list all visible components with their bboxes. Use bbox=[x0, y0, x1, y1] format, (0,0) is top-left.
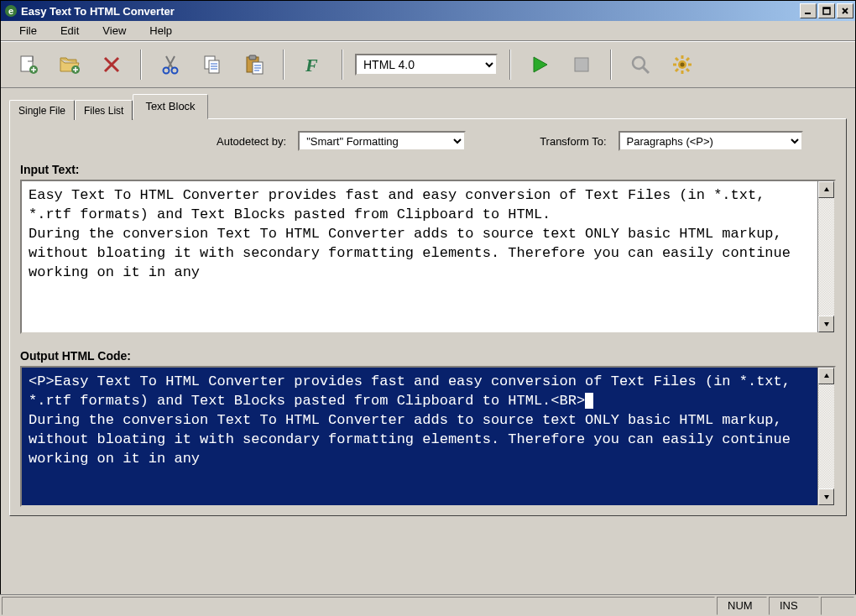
preview-button[interactable] bbox=[624, 48, 657, 81]
tab-single-file[interactable]: Single File bbox=[9, 100, 75, 120]
svg-point-19 bbox=[681, 63, 685, 67]
scroll-up-button[interactable] bbox=[818, 181, 834, 198]
maximize-button[interactable] bbox=[818, 3, 835, 18]
input-textarea[interactable]: Easy Text To HTML Converter provides fas… bbox=[22, 181, 817, 332]
tab-text-block[interactable]: Text Block bbox=[133, 94, 207, 119]
input-label: Input Text: bbox=[20, 163, 836, 176]
svg-text:F: F bbox=[305, 55, 318, 76]
delete-button[interactable] bbox=[95, 48, 128, 81]
menu-edit[interactable]: Edit bbox=[49, 22, 91, 39]
svg-rect-2 bbox=[805, 13, 811, 14]
html-version-select[interactable]: HTML 4.0 bbox=[355, 54, 498, 76]
status-spacer bbox=[2, 597, 715, 615]
menubar: File Edit View Help bbox=[1, 21, 855, 41]
input-textarea-container: Easy Text To HTML Converter provides fas… bbox=[20, 180, 836, 334]
output-rest-text: During the conversion Text To HTML Conve… bbox=[29, 412, 799, 467]
status-num: NUM bbox=[717, 597, 767, 615]
scroll-track[interactable] bbox=[818, 198, 834, 316]
svg-point-9 bbox=[172, 68, 178, 74]
autodetect-select[interactable]: "Smart" Formatting bbox=[298, 131, 466, 151]
output-label: Output HTML Code: bbox=[20, 349, 836, 363]
toolbar-separator bbox=[610, 50, 612, 80]
statusbar: NUM INS bbox=[0, 594, 856, 616]
scroll-down-button[interactable] bbox=[818, 488, 834, 505]
scroll-up-button[interactable] bbox=[818, 368, 834, 384]
font-button[interactable]: F bbox=[296, 48, 330, 81]
svg-rect-16 bbox=[575, 58, 588, 71]
toolbar-separator bbox=[140, 50, 142, 80]
svg-rect-4 bbox=[823, 8, 830, 9]
output-textarea[interactable]: <P>Easy Text To HTML Converter provides … bbox=[22, 368, 817, 505]
scroll-down-button[interactable] bbox=[818, 316, 834, 332]
close-button[interactable] bbox=[837, 3, 853, 18]
scrollbar[interactable] bbox=[817, 181, 834, 332]
window-title: Easy Text To HTML Converter bbox=[21, 5, 800, 18]
autodetect-label: Autodetect by: bbox=[217, 135, 286, 148]
settings-button[interactable] bbox=[665, 48, 699, 81]
tab-panel: Autodetect by: "Smart" Formatting Transf… bbox=[9, 118, 847, 516]
tab-strip: Single File Files List Text Block bbox=[9, 95, 847, 118]
status-empty bbox=[821, 597, 854, 615]
transform-label: Transform To: bbox=[540, 135, 606, 148]
output-selected-text: <P>Easy Text To HTML Converter provides … bbox=[29, 373, 799, 409]
output-textarea-container: <P>Easy Text To HTML Converter provides … bbox=[20, 366, 836, 507]
app-icon: e bbox=[4, 4, 18, 18]
copy-button[interactable] bbox=[196, 48, 229, 81]
minimize-button[interactable] bbox=[800, 3, 817, 18]
paste-button[interactable] bbox=[237, 48, 271, 81]
svg-point-8 bbox=[164, 68, 170, 74]
svg-rect-13 bbox=[249, 55, 256, 60]
scroll-track[interactable] bbox=[818, 384, 834, 488]
menu-view[interactable]: View bbox=[91, 22, 138, 39]
transform-select[interactable]: Paragraphs (<P>) bbox=[619, 131, 803, 151]
svg-text:e: e bbox=[8, 6, 13, 16]
cut-button[interactable] bbox=[154, 48, 187, 81]
toolbar-separator bbox=[342, 50, 343, 80]
menu-file[interactable]: File bbox=[8, 22, 49, 39]
tab-files-list[interactable]: Files List bbox=[75, 100, 133, 120]
titlebar: e Easy Text To HTML Converter bbox=[1, 1, 855, 21]
status-ins: INS bbox=[769, 597, 819, 615]
toolbar-separator bbox=[509, 50, 511, 80]
open-folder-button[interactable] bbox=[53, 48, 86, 81]
new-file-button[interactable] bbox=[11, 48, 44, 81]
run-button[interactable] bbox=[523, 48, 556, 81]
menu-help[interactable]: Help bbox=[138, 22, 184, 39]
toolbar-separator bbox=[283, 50, 284, 80]
stop-button[interactable] bbox=[565, 48, 598, 81]
scrollbar[interactable] bbox=[817, 368, 834, 505]
svg-point-17 bbox=[633, 57, 645, 69]
toolbar: F HTML 4.0 bbox=[1, 41, 855, 88]
